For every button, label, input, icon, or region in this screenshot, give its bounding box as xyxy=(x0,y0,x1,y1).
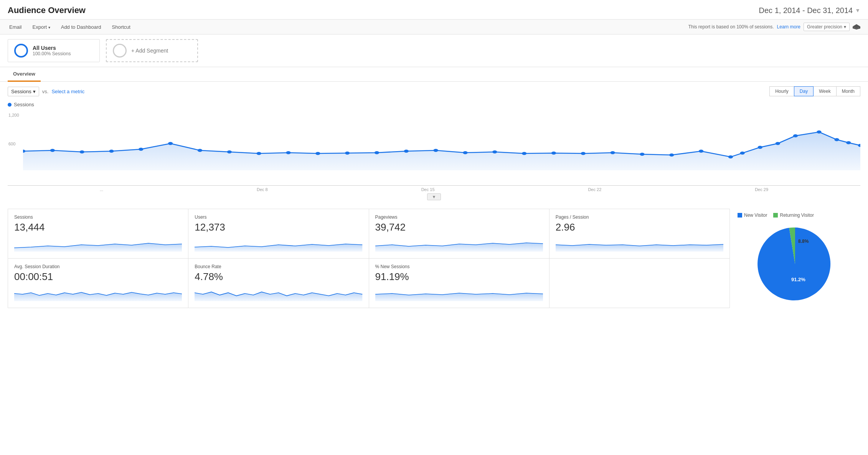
all-users-circle-icon xyxy=(14,44,28,58)
metric-selector: Sessions ▾ vs. Select a metric xyxy=(8,87,84,96)
chart-dot xyxy=(345,152,350,155)
tab-bar: Overview xyxy=(0,67,868,82)
all-users-info: All Users 100.00% Sessions xyxy=(33,45,71,56)
y-label-1200: 1,200 xyxy=(8,113,19,117)
chart-dot xyxy=(433,149,438,152)
shortcut-button[interactable]: Shortcut xyxy=(111,23,132,31)
chart-dot xyxy=(522,152,526,155)
precision-dropdown[interactable]: Greater precision ▾ xyxy=(804,23,850,31)
sessions-legend-dot-icon xyxy=(8,103,12,107)
metric-value-pageviews: 39,742 xyxy=(375,221,543,233)
metric-cell-new-sessions: % New Sessions 91.19% xyxy=(369,259,550,308)
returning-visitor-color-icon xyxy=(773,213,778,218)
mini-chart-pps xyxy=(556,236,723,252)
x-label-start: ... xyxy=(100,187,103,192)
chart-svg xyxy=(23,109,860,178)
chart-dot xyxy=(286,151,290,154)
chart-dot xyxy=(699,150,703,153)
chart-dot xyxy=(375,151,379,154)
chart-dot xyxy=(257,152,261,155)
chart-dot xyxy=(80,150,84,153)
returning-visitor-pct-label: 8.8% xyxy=(798,239,809,244)
chart-dot xyxy=(492,150,497,153)
metric-cell-empty xyxy=(550,259,730,308)
chart-dot xyxy=(640,153,644,156)
metric-dropdown[interactable]: Sessions ▾ xyxy=(8,87,39,96)
metric-cell-bounce-rate: Bounce Rate 4.78% xyxy=(188,259,369,308)
time-button-month[interactable]: Month xyxy=(836,86,860,96)
pie-chart-svg: 91.2% 8.8% xyxy=(753,222,837,306)
page-header: Audience Overview Dec 1, 2014 - Dec 31, … xyxy=(0,0,868,20)
chart-dot xyxy=(740,152,745,155)
mini-chart-pageviews xyxy=(375,236,543,252)
select-metric-link[interactable]: Select a metric xyxy=(51,89,84,94)
x-label-dec22: Dec 22 xyxy=(588,187,601,192)
mini-chart-new-sessions xyxy=(375,286,543,301)
export-arrow-icon: ▾ xyxy=(48,25,50,30)
x-label-dec8: Dec 8 xyxy=(257,187,268,192)
chart-dot xyxy=(758,146,762,149)
date-range[interactable]: Dec 1, 2014 - Dec 31, 2014 ▼ xyxy=(759,6,860,15)
mini-chart-sessions xyxy=(14,236,182,252)
time-buttons: Hourly Day Week Month xyxy=(770,86,860,96)
chart-dot xyxy=(50,149,55,152)
precision-arrow-icon: ▾ xyxy=(844,24,846,30)
metric-value-users: 12,373 xyxy=(195,221,362,233)
pie-chart-container: 91.2% 8.8% xyxy=(738,222,853,306)
metric-value-bounce-rate: 4.78% xyxy=(195,271,362,283)
all-users-name: All Users xyxy=(33,45,71,51)
metric-label-pageviews: Pageviews xyxy=(375,214,543,220)
add-segment-circle-icon xyxy=(113,44,127,58)
toolbar: Email Export ▾ Add to Dashboard Shortcut… xyxy=(0,20,868,35)
metric-label-new-sessions: % New Sessions xyxy=(375,264,543,269)
mini-chart-bounce-rate xyxy=(195,286,362,301)
chart-dot xyxy=(315,152,320,155)
chart-dot xyxy=(610,151,615,154)
new-visitor-color-icon xyxy=(738,213,742,218)
chart-dot xyxy=(846,141,851,144)
chart-dot xyxy=(463,151,467,154)
learn-more-link[interactable]: Learn more xyxy=(777,24,800,30)
chart-dot xyxy=(834,138,839,141)
y-label-600: 600 xyxy=(8,142,15,146)
precision-label: Greater precision xyxy=(807,24,842,30)
svg-rect-2 xyxy=(859,26,860,29)
add-dashboard-button[interactable]: Add to Dashboard xyxy=(59,23,103,31)
chart-dot xyxy=(817,130,821,134)
metric-dropdown-label: Sessions xyxy=(11,89,31,94)
time-button-week[interactable]: Week xyxy=(813,86,836,96)
scroll-button[interactable]: ▼ xyxy=(427,193,441,200)
metric-label-avg-session: Avg. Session Duration xyxy=(14,264,182,269)
chart-dot xyxy=(581,152,586,155)
chart-legend: Sessions xyxy=(8,99,860,109)
chart-dot xyxy=(198,149,202,152)
tab-overview[interactable]: Overview xyxy=(8,67,41,82)
email-button[interactable]: Email xyxy=(8,23,23,31)
metric-value-new-sessions: 91.19% xyxy=(375,271,543,283)
sessions-legend-label: Sessions xyxy=(14,102,34,107)
new-visitor-label: New Visitor xyxy=(744,213,767,218)
add-segment-button[interactable]: + Add Segment xyxy=(106,39,198,62)
metric-cell-pages-per-session: Pages / Session 2.96 xyxy=(550,209,730,259)
graduation-hat-icon xyxy=(853,23,860,31)
export-button[interactable]: Export ▾ xyxy=(31,23,52,31)
metric-label-sessions: Sessions xyxy=(14,214,182,220)
metric-cell-users: Users 12,373 xyxy=(188,209,369,259)
chart-controls: Sessions ▾ vs. Select a metric Hourly Da… xyxy=(0,82,868,99)
segments-bar: All Users 100.00% Sessions + Add Segment xyxy=(0,35,868,67)
time-button-day[interactable]: Day xyxy=(794,86,814,96)
all-users-segment: All Users 100.00% Sessions xyxy=(8,39,100,62)
metrics-grid: Sessions 13,444 Users 12,373 Pageviews 3… xyxy=(8,209,730,308)
chart-dot xyxy=(793,134,798,137)
vs-text: vs. xyxy=(42,89,49,94)
page-title: Audience Overview xyxy=(8,5,86,15)
chart-dot xyxy=(669,153,674,157)
x-label-dec15: Dec 15 xyxy=(421,187,435,192)
toolbar-right: This report is based on 100% of sessions… xyxy=(688,23,860,31)
date-range-arrow-icon: ▼ xyxy=(855,7,860,13)
metric-label-users: Users xyxy=(195,214,362,220)
metric-dropdown-arrow-icon: ▾ xyxy=(33,89,36,94)
time-button-hourly[interactable]: Hourly xyxy=(769,86,794,96)
add-segment-label: + Add Segment xyxy=(131,48,168,54)
report-info-text: This report is based on 100% of sessions… xyxy=(688,24,774,30)
